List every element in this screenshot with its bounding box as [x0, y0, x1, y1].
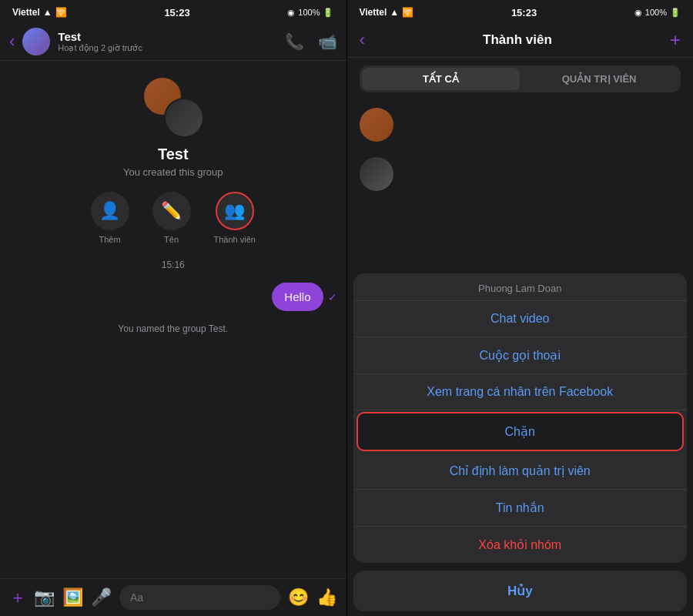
like-icon[interactable]: 👍 [316, 588, 337, 608]
member-item-1[interactable] [353, 100, 688, 149]
add-person-icon: 👤 [99, 201, 120, 221]
signal-icon: ▲ [43, 7, 52, 18]
context-view-profile[interactable]: Xem trang cá nhân trên Facebook [353, 374, 688, 410]
carrier-left: Viettel ▲ 🛜 [12, 7, 67, 18]
tab-all[interactable]: TẤT CẢ [362, 68, 521, 90]
system-message: You named the group Test. [9, 323, 337, 334]
avatar-2 [164, 98, 204, 138]
context-menu: Phuong Lam Doan Chat video Cuộc gọi thoạ… [353, 273, 688, 563]
group-avatars [142, 76, 204, 138]
right-panel: Viettel ▲ 🛜 15:23 ◉ 100% 🔋 ‹ Thành viên … [347, 0, 694, 616]
group-sub: You created this group [123, 166, 223, 178]
context-menu-header: Phuong Lam Doan [353, 273, 688, 301]
add-label: Thêm [99, 235, 120, 244]
action-buttons: 👤 Thêm ✏️ Tên 👥 Thành viên [91, 192, 256, 244]
signal-icon-right: ▲ [390, 7, 399, 18]
members-button[interactable]: 👥 Thành viên [214, 192, 256, 244]
add-member-plus-button[interactable]: + [670, 29, 681, 51]
members-icon: 👥 [224, 201, 245, 221]
messages-area: Hello ✓ You named the group Test. [0, 283, 346, 334]
group-name: Test [158, 146, 189, 163]
member-avatar-2 [360, 157, 393, 191]
members-list [347, 100, 694, 270]
context-remove[interactable]: Xóa khỏi nhóm [353, 527, 688, 563]
chat-name: Test [58, 30, 276, 43]
add-member-button[interactable]: 👤 Thêm [91, 192, 129, 244]
members-icon-circle: 👥 [216, 192, 254, 230]
edit-icon: ✏️ [161, 201, 182, 221]
header-avatar [22, 28, 50, 55]
battery-left: ◉ 100% 🔋 [287, 8, 333, 18]
status-bar-right: Viettel ▲ 🛜 15:23 ◉ 100% 🔋 [347, 0, 694, 23]
chat-input-bar: ＋ 📷 🖼️ 🎤 😊 👍 [0, 578, 346, 616]
tabs-bar: TẤT CẢ QUẢN TRỊ VIÊN [360, 65, 681, 92]
rename-button[interactable]: ✏️ Tên [152, 192, 191, 244]
members-label: Thành viên [214, 235, 256, 244]
left-panel: Viettel ▲ 🛜 15:23 ◉ 100% 🔋 ‹ Test Hoạt đ… [0, 0, 346, 616]
carrier-right: Viettel ▲ 🛜 [360, 7, 414, 18]
battery-text-right: 100% [645, 8, 667, 17]
chat-timestamp: 15:16 [162, 259, 185, 270]
avatar-image [22, 28, 50, 55]
back-button[interactable]: ‹ [9, 32, 15, 52]
wifi-icon-right: 🛜 [402, 7, 413, 18]
time-right: 15:23 [511, 7, 537, 18]
message-bubble: Hello [272, 283, 323, 311]
edit-icon-circle: ✏️ [152, 192, 191, 230]
header-info: Test Hoạt động 2 giờ trước [58, 30, 276, 53]
time-left: 15:23 [164, 7, 189, 18]
battery-right: ◉ 100% 🔋 [634, 8, 681, 18]
emoji-icon[interactable]: 😊 [288, 588, 309, 608]
camera-icon[interactable]: 📷 [34, 588, 55, 608]
chat-status: Hoạt động 2 giờ trước [58, 43, 276, 53]
right-header: ‹ Thành viên + [347, 23, 694, 58]
battery-icon: 🔋 [323, 8, 333, 18]
battery-text: 100% [298, 8, 320, 17]
member-avatar-1 [360, 108, 393, 142]
read-check-icon: ✓ [328, 291, 337, 303]
add-icon-circle: 👤 [91, 192, 129, 230]
call-button[interactable]: 📞 [285, 32, 304, 51]
rename-label: Tên [164, 235, 179, 244]
context-voice-call[interactable]: Cuộc gọi thoại [353, 337, 688, 374]
plus-icon[interactable]: ＋ [9, 586, 26, 609]
chat-content: Test You created this group 👤 Thêm ✏️ Tê… [0, 61, 346, 578]
context-message[interactable]: Tin nhắn [353, 490, 688, 527]
header-actions: 📞 📹 [285, 32, 337, 51]
message-input[interactable] [119, 585, 280, 610]
context-assign-admin[interactable]: Chỉ định làm quản trị viên [353, 453, 688, 490]
chat-header: ‹ Test Hoạt động 2 giờ trước 📞 📹 [0, 23, 346, 61]
battery-icon-right: 🔋 [670, 8, 681, 18]
carrier-text-right: Viettel [360, 7, 387, 18]
location-icon: ◉ [287, 8, 295, 18]
status-bar-left: Viettel ▲ 🛜 15:23 ◉ 100% 🔋 [0, 0, 346, 23]
context-chat-video[interactable]: Chat video [353, 301, 688, 337]
photo-icon[interactable]: 🖼️ [62, 588, 83, 608]
context-block[interactable]: Chặn [357, 412, 685, 451]
outgoing-message: Hello ✓ [272, 283, 336, 311]
member-item-2[interactable] [353, 149, 688, 199]
tab-admins[interactable]: QUẢN TRỊ VIÊN [520, 68, 678, 90]
carrier-text: Viettel [12, 7, 40, 18]
cancel-button[interactable]: Hủy [353, 571, 688, 611]
right-title: Thành viên [365, 32, 670, 48]
video-call-button[interactable]: 📹 [318, 32, 337, 51]
wifi-icon: 🛜 [55, 7, 67, 18]
right-back-button[interactable]: ‹ [360, 30, 365, 50]
mic-icon[interactable]: 🎤 [91, 588, 112, 608]
location-icon-right: ◉ [634, 8, 642, 18]
